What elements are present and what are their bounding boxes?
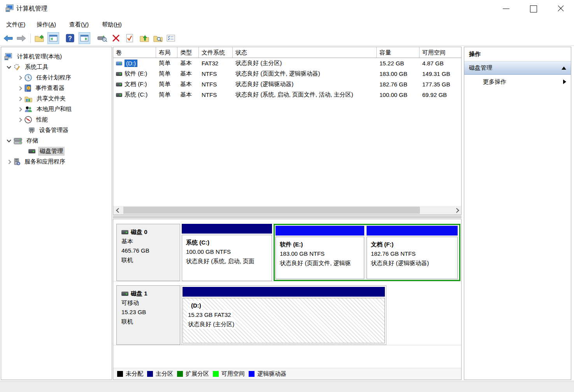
chevron-right-icon[interactable] [18,76,22,80]
legend-primary-partition: 主分区 [147,370,173,378]
disk-size: 465.76 GB [121,246,180,255]
submenu-arrow-icon [563,79,566,84]
chevron-right-icon[interactable] [18,97,22,101]
folder-search-button[interactable] [152,32,164,44]
chevron-right-icon[interactable] [7,160,11,164]
check-document-button[interactable] [124,32,135,44]
cell-filesystem: FAT32 [199,60,233,67]
partition-e[interactable]: 软件 (E:) 183.00 GB NTFS 状态良好 (页面文件, 逻辑驱 [276,226,364,279]
partition-d-outer: (D:) 15.23 GB FAT32 状态良好 (主分区) [181,285,386,345]
cell-free-space: 4.87 GB [420,60,461,67]
column-header-status[interactable]: 状态 [233,47,377,58]
event-viewer-icon: ! [25,84,31,92]
legend-extended-partition: 扩展分区 [177,370,209,378]
disk-0-row: 磁盘 0 基本 465.76 GB 联机 系统 (C:) 100.00 GB N… [113,224,461,281]
volume-row-f[interactable]: 文档 (F:) 简单 基本 NTFS 状态良好 (逻辑驱动器) 182.76 G… [113,79,461,90]
tree-item-storage[interactable]: 存储 [1,135,112,146]
back-button[interactable] [2,32,14,44]
disk-0-header[interactable]: 磁盘 0 基本 465.76 GB 联机 [116,224,180,281]
tree-item-device-manager[interactable]: 设备管理器 [1,125,112,135]
close-button[interactable] [552,0,570,17]
horizontal-scrollbar[interactable] [113,206,461,214]
tree-item-services-applications[interactable]: 服务和应用程序 [1,156,112,167]
tree-item-local-users-groups[interactable]: 本地用户和组 [1,104,112,114]
column-header-filesystem[interactable]: 文件系统 [199,47,233,58]
actions-section-disk-management[interactable]: 磁盘管理 [464,62,571,75]
forward-button[interactable] [16,32,27,44]
export-list-button[interactable] [33,32,45,44]
tree-item-label: 共享文件夹 [35,94,67,103]
volume-row-d[interactable]: (D:) 简单 基本 FAT32 状态良好 (主分区) 15.22 GB 4.8… [113,58,461,69]
disk-graphical-view: 磁盘 0 基本 465.76 GB 联机 系统 (C:) 100.00 GB N… [113,219,462,380]
chevron-right-icon[interactable] [18,118,22,122]
tree-item-disk-management[interactable]: 磁盘管理 [1,146,112,156]
title-bar[interactable]: 计算机管理 [0,0,574,17]
legend-free-space: 可用空间 [213,370,245,378]
chevron-down-icon[interactable] [7,64,11,69]
tree-item-computer-management[interactable]: 计算机管理(本地) [1,51,112,62]
cell-capacity: 182.76 GB [377,81,420,88]
unallocated-swatch [117,371,123,377]
menu-action[interactable]: 操作(A) [34,20,58,29]
partition-label: 文档 (F:) [371,240,453,249]
disk-icon [121,292,128,296]
collapse-section-icon[interactable] [562,67,566,70]
column-header-layout[interactable]: 布局 [156,47,177,58]
scrollbar-thumb[interactable] [123,207,420,214]
chevron-right-icon[interactable] [18,107,22,111]
column-header-volume[interactable]: 卷 [113,47,156,58]
pane-splitter[interactable] [113,216,462,218]
tree-item-label: 存储 [25,136,40,145]
scroll-left-button[interactable] [113,206,122,214]
delete-button[interactable] [110,32,122,44]
task-scheduler-icon [25,74,32,81]
logical-drive-swatch [249,371,255,377]
folder-up-button[interactable] [139,32,150,44]
chevron-right-icon[interactable] [18,86,22,90]
volume-icon [116,72,122,76]
partition-size-fs: 15.23 GB FAT32 [187,310,232,320]
menu-view[interactable]: 查看(V) [67,20,91,29]
minimize-button[interactable] [497,0,515,17]
tree-item-task-scheduler[interactable]: 任务计划程序 [1,72,112,83]
computer-management-window: { "window": { "title": "计算机管理" }, "menu"… [0,0,574,392]
toggle-console-tree-button[interactable] [47,32,59,44]
volume-row-e[interactable]: 软件 (E:) 简单 基本 NTFS 状态良好 (页面文件, 逻辑驱动器) 18… [113,69,461,79]
disk-status: 联机 [121,255,180,265]
tree-item-system-tools[interactable]: 系统工具 [1,62,112,72]
chevron-down-icon[interactable] [7,138,11,142]
column-header-capacity[interactable]: 容量 [377,47,420,58]
disk-1-row: 磁盘 1 可移动 15.23 GB 联机 (D:) 15.23 GB FAT32… [113,285,461,345]
window-title: 计算机管理 [16,5,47,13]
legend-label: 逻辑驱动器 [257,370,286,378]
disk-1-header[interactable]: 磁盘 1 可移动 15.23 GB 联机 [116,285,180,345]
tree-item-label: 事件查看器 [34,84,66,93]
primary-partition-swatch [147,371,153,377]
tree-item-shared-folders[interactable]: 共享文件夹 [1,93,112,104]
disk-properties-button[interactable] [97,32,108,44]
computer-icon [4,53,13,61]
menu-help[interactable]: 帮助(H) [100,20,124,29]
partition-d[interactable]: (D:) 15.23 GB FAT32 状态良好 (主分区) [183,287,385,343]
disk-management-icon [28,149,35,153]
help-button[interactable]: ? [64,32,76,44]
actions-section-label: 磁盘管理 [469,64,562,72]
tree-item-event-viewer[interactable]: ! 事件查看器 [1,83,112,93]
volume-label: 文档 (F:) [125,81,147,88]
status-bar [0,381,574,392]
column-header-type[interactable]: 类型 [177,47,199,58]
volume-row-c[interactable]: 系统 (C:) 简单 基本 NTFS 状态良好 (系统, 启动, 页面文件, 活… [113,90,461,100]
column-header-free-space[interactable]: 可用空间 [420,47,461,58]
view-options-button[interactable] [165,32,177,44]
menu-file[interactable]: 文件(F) [4,20,28,29]
partition-f[interactable]: 文档 (F:) 182.76 GB NTFS 状态良好 (逻辑驱动器) [367,226,458,279]
toggle-action-pane-button[interactable] [79,32,90,44]
partition-c[interactable]: 系统 (C:) 100.00 GB NTFS 状态良好 (系统, 启动, 页面 [182,224,272,281]
cell-capacity: 183.00 GB [377,70,420,77]
tree-item-performance[interactable]: 性能 [1,114,112,125]
logical-drive-bar [367,226,458,236]
cell-filesystem: NTFS [199,81,233,88]
maximize-button[interactable] [525,0,542,17]
scroll-right-button[interactable] [453,206,461,214]
more-actions-item[interactable]: 更多操作 [464,75,571,89]
